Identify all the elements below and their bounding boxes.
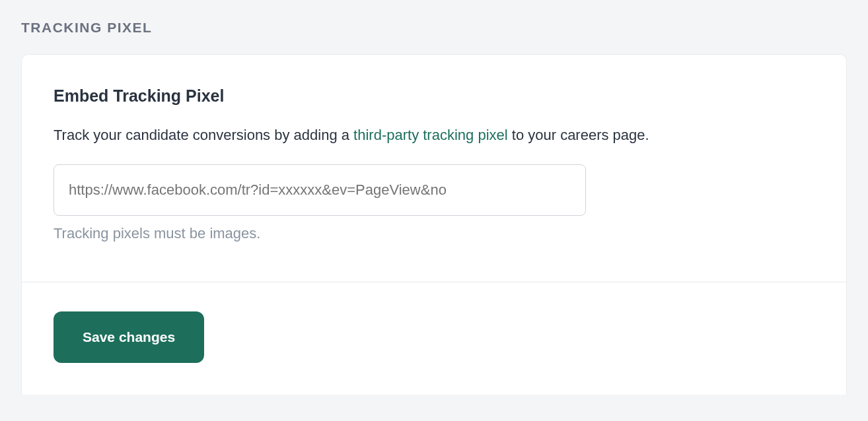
tracking-pixel-section: TRACKING PIXEL Embed Tracking Pixel Trac…	[0, 0, 868, 395]
section-label: TRACKING PIXEL	[21, 20, 847, 36]
tracking-pixel-card: Embed Tracking Pixel Track your candidat…	[21, 54, 847, 395]
card-description: Track your candidate conversions by addi…	[54, 124, 814, 146]
card-footer: Save changes	[22, 282, 846, 395]
card-title: Embed Tracking Pixel	[54, 86, 814, 106]
tracking-pixel-help-link[interactable]: third-party tracking pixel	[353, 127, 508, 143]
save-changes-button[interactable]: Save changes	[54, 311, 204, 363]
card-body: Embed Tracking Pixel Track your candidat…	[22, 55, 846, 282]
tracking-pixel-input-wrapper	[54, 164, 814, 216]
description-pre: Track your candidate conversions by addi…	[54, 127, 353, 143]
helper-text: Tracking pixels must be images.	[54, 225, 814, 242]
description-post: to your careers page.	[508, 127, 649, 143]
tracking-pixel-url-input[interactable]	[54, 164, 586, 216]
